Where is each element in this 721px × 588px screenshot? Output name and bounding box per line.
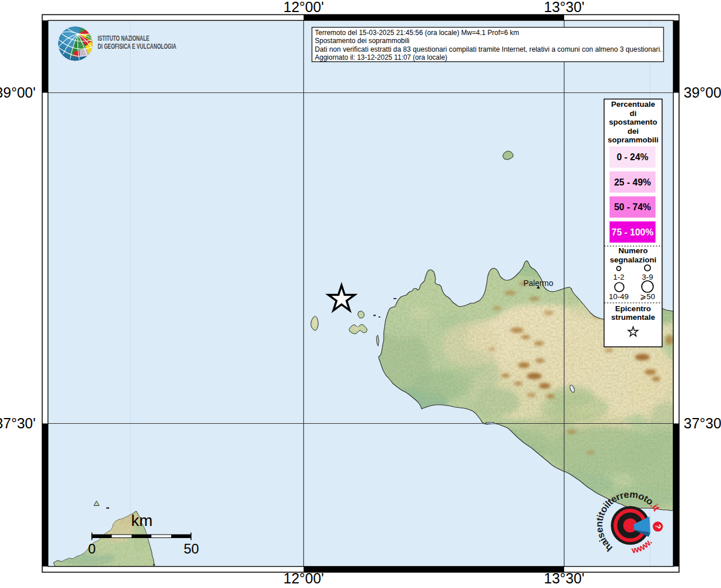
- svg-text:37°30': 37°30': [0, 415, 36, 431]
- svg-text:Aggiornato il: 13-12-2025 11:0: Aggiornato il: 13-12-2025 11:07 (ora loc…: [315, 53, 448, 61]
- svg-text:km: km: [131, 512, 152, 529]
- svg-text:Epicentro: Epicentro: [615, 304, 651, 313]
- svg-text:DI GEOFISICA E VULCANOLOGIA: DI GEOFISICA E VULCANOLOGIA: [98, 42, 176, 51]
- svg-text:⩾50: ⩾50: [640, 292, 655, 301]
- svg-text:?: ?: [654, 524, 662, 529]
- svg-text:50 - 74%: 50 - 74%: [614, 202, 651, 212]
- svg-text:0: 0: [88, 541, 95, 556]
- svg-text:1-2: 1-2: [613, 273, 624, 281]
- svg-text:12°00': 12°00': [283, 570, 323, 586]
- svg-text:12°00': 12°00': [283, 0, 323, 15]
- svg-text:0 - 24%: 0 - 24%: [616, 152, 648, 162]
- svg-text:Percentuale: Percentuale: [611, 100, 656, 109]
- svg-text:di: di: [630, 109, 637, 118]
- svg-text:ISTITUTO NAZIONALE: ISTITUTO NAZIONALE: [98, 34, 149, 42]
- svg-text:Dati non verificati estratti d: Dati non verificati estratti da 83 quest…: [315, 45, 662, 53]
- svg-text:Terremoto del 15-03-2025 21:45: Terremoto del 15-03-2025 21:45:56 (ora l…: [315, 29, 519, 37]
- svg-text:50: 50: [184, 541, 199, 556]
- svg-text:13°30': 13°30': [544, 570, 584, 586]
- svg-text:Numero: Numero: [618, 246, 647, 255]
- svg-text:13°30': 13°30': [544, 0, 584, 15]
- svg-text:soprammobili: soprammobili: [608, 136, 659, 144]
- svg-text:3-9: 3-9: [642, 273, 653, 281]
- svg-text:39°00': 39°00': [0, 84, 36, 100]
- svg-text:Spostamento dei soprammobili: Spostamento dei soprammobili: [315, 37, 410, 45]
- svg-text:37°30': 37°30': [684, 415, 721, 431]
- svg-text:39°00': 39°00': [684, 84, 721, 100]
- svg-text:dei: dei: [627, 127, 639, 136]
- svg-text:10-49: 10-49: [609, 292, 629, 301]
- svg-text:25 - 49%: 25 - 49%: [614, 177, 651, 187]
- svg-text:segnalazioni: segnalazioni: [610, 256, 656, 264]
- svg-text:spostamento: spostamento: [609, 118, 657, 126]
- svg-text:75 - 100%: 75 - 100%: [612, 227, 654, 237]
- svg-text:strumentale: strumentale: [611, 313, 656, 322]
